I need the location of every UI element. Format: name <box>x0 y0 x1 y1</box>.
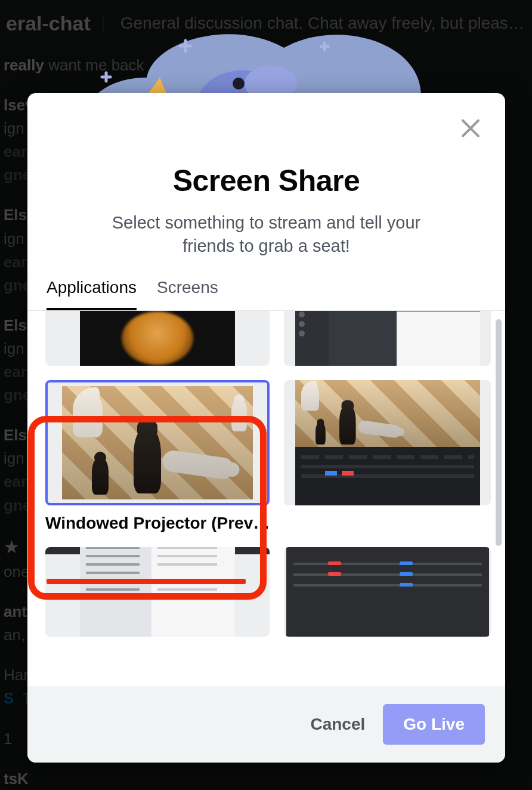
app-card[interactable] <box>284 547 491 637</box>
app-thumbnail <box>284 547 491 637</box>
app-card[interactable] <box>45 311 270 366</box>
modal-title: Screen Share <box>27 163 505 198</box>
applications-list: Windowed Projector (Prev… <box>27 311 505 686</box>
app-thumbnail <box>284 380 491 505</box>
modal-subtitle: Select something to stream and tell your… <box>27 211 505 258</box>
scrollbar[interactable] <box>496 319 502 564</box>
scrollbar-thumb[interactable] <box>496 319 502 546</box>
app-thumbnail <box>45 311 270 366</box>
app-card[interactable] <box>284 311 491 366</box>
app-card-windowed-projector[interactable]: Windowed Projector (Prev… <box>45 380 270 533</box>
modal-subtitle-line: friends to grab a seat! <box>63 234 469 258</box>
app-thumbnail <box>45 380 270 505</box>
tab-screens[interactable]: Screens <box>157 278 218 310</box>
cancel-button[interactable]: Cancel <box>310 715 365 734</box>
tab-bar: Applications Screens <box>27 258 505 311</box>
close-button[interactable] <box>457 116 484 142</box>
app-card[interactable] <box>284 380 491 533</box>
app-thumbnail <box>284 311 491 366</box>
close-icon <box>460 118 481 140</box>
modal-subtitle-line: Select something to stream and tell your <box>63 211 469 234</box>
app-card[interactable] <box>45 547 270 637</box>
app-label: Windowed Projector (Prev… <box>45 514 270 533</box>
tab-applications[interactable]: Applications <box>47 278 137 310</box>
modal-header: Screen Share Select something to stream … <box>27 93 505 258</box>
go-live-button[interactable]: Go Live <box>383 704 485 745</box>
screen-share-modal: Screen Share Select something to stream … <box>27 93 505 763</box>
modal-footer: Cancel Go Live <box>27 686 505 763</box>
app-thumbnail <box>45 547 270 637</box>
